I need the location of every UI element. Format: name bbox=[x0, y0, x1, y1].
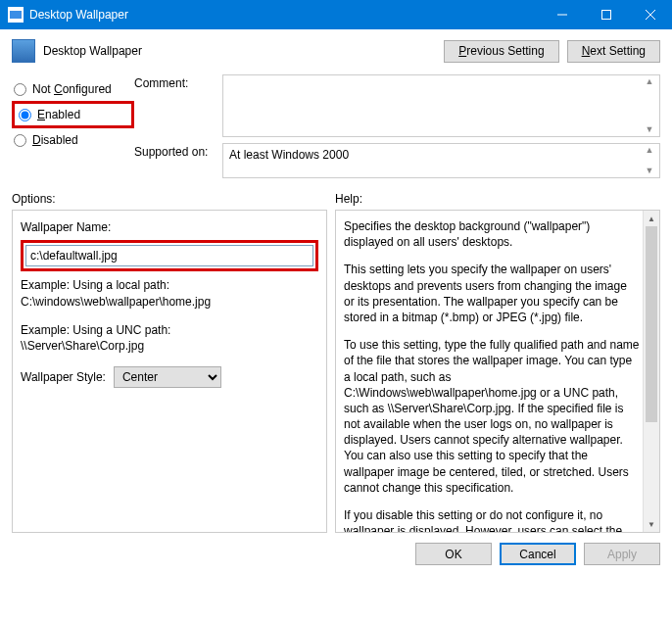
scroll-down-icon[interactable]: ▼ bbox=[642, 125, 657, 134]
policy-name: Desktop Wallpaper bbox=[43, 44, 436, 58]
svg-rect-0 bbox=[601, 11, 610, 20]
help-panel: Specifies the desktop background ("wallp… bbox=[335, 210, 660, 533]
radio-not-configured-input[interactable] bbox=[14, 83, 26, 96]
wallpaper-name-input[interactable] bbox=[25, 245, 313, 266]
options-panel: Wallpaper Name: Example: Using a local p… bbox=[12, 210, 327, 533]
wallpaper-style-label: Wallpaper Style: bbox=[21, 370, 106, 384]
ok-button[interactable]: OK bbox=[415, 543, 492, 565]
scroll-down-icon[interactable]: ▼ bbox=[642, 167, 657, 175]
help-scrollbar[interactable]: ▲ ▼ bbox=[643, 211, 659, 532]
previous-setting-button[interactable]: Previous Setting bbox=[444, 40, 558, 63]
help-text: Specifies the desktop background ("wallp… bbox=[344, 218, 640, 533]
comment-textarea[interactable]: ▲▼ bbox=[222, 74, 660, 137]
wallpaper-style-select[interactable]: Center bbox=[114, 366, 221, 388]
titlebar[interactable]: Desktop Wallpaper bbox=[0, 0, 672, 29]
radio-not-configured[interactable]: Not Configured bbox=[12, 78, 134, 100]
supported-value: At least Windows 2000 bbox=[229, 148, 349, 162]
radio-enabled[interactable]: Enabled bbox=[17, 104, 129, 125]
wallpaper-input-highlight bbox=[21, 240, 318, 271]
app-icon bbox=[8, 7, 24, 23]
example-local-label: Example: Using a local path: bbox=[21, 277, 318, 294]
help-heading: Help: bbox=[335, 192, 362, 206]
next-setting-button[interactable]: Next Setting bbox=[567, 40, 660, 63]
scroll-up-icon[interactable]: ▲ bbox=[644, 211, 659, 226]
scroll-down-icon[interactable]: ▼ bbox=[644, 516, 659, 532]
apply-button[interactable]: Apply bbox=[584, 543, 660, 565]
scroll-up-icon[interactable]: ▲ bbox=[642, 77, 657, 86]
enabled-highlight: Enabled bbox=[12, 101, 134, 128]
radio-disabled[interactable]: Disabled bbox=[12, 129, 134, 151]
scrollbar-thumb[interactable] bbox=[646, 226, 657, 422]
example-local-value: C:\windows\web\wallpaper\home.jpg bbox=[21, 294, 318, 311]
radio-enabled-input[interactable] bbox=[19, 109, 31, 121]
comment-label: Comment: bbox=[134, 74, 222, 96]
supported-label: Supported on: bbox=[134, 143, 222, 165]
policy-icon bbox=[12, 39, 35, 63]
cancel-button[interactable]: Cancel bbox=[500, 543, 576, 565]
wallpaper-name-label: Wallpaper Name: bbox=[21, 220, 318, 234]
radio-disabled-input[interactable] bbox=[14, 134, 26, 147]
scroll-up-icon[interactable]: ▲ bbox=[642, 146, 657, 155]
options-heading: Options: bbox=[12, 192, 335, 206]
minimize-button[interactable] bbox=[540, 0, 584, 29]
window-title: Desktop Wallpaper bbox=[29, 8, 540, 22]
supported-textarea: At least Windows 2000 ▲▼ bbox=[222, 143, 660, 178]
example-unc-label: Example: Using a UNC path: bbox=[21, 322, 318, 339]
close-button[interactable] bbox=[628, 0, 672, 29]
maximize-button[interactable] bbox=[584, 0, 628, 29]
example-unc-value: \\Server\Share\Corp.jpg bbox=[21, 338, 318, 355]
